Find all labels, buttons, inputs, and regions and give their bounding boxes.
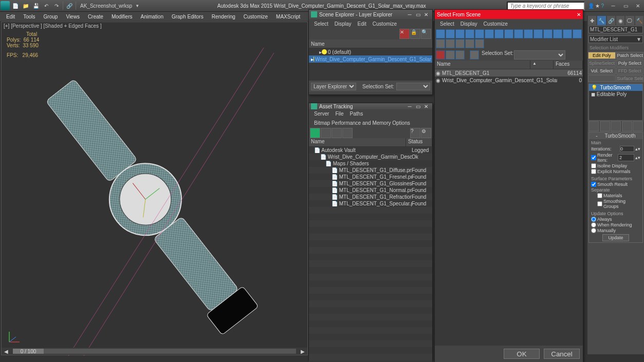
menu-group[interactable]: Group	[40, 13, 62, 21]
panel-max-icon[interactable]: ▭	[414, 104, 422, 109]
menu-tools[interactable]: Tools	[19, 13, 39, 21]
lock-icon[interactable]	[446, 50, 455, 60]
ok-button[interactable]: OK	[504, 349, 540, 359]
cancel-button[interactable]: Cancel	[544, 349, 580, 359]
spline-select-button[interactable]: SplineSelect	[588, 60, 616, 67]
modifier-stack[interactable]: 💡 TurboSmooth ◼ Editable Poly	[588, 84, 643, 121]
panel-min-icon[interactable]: ─	[406, 12, 414, 17]
filter-type-icon[interactable]	[465, 29, 474, 39]
selection-set-dropdown[interactable]	[396, 83, 430, 90]
sfs-menu-select[interactable]: Select	[437, 20, 457, 28]
menu-modifiers[interactable]: Modifiers	[107, 13, 137, 21]
se-menu-customize[interactable]: Customize	[370, 20, 400, 28]
pin-icon[interactable]	[588, 121, 599, 131]
view2-icon[interactable]	[332, 128, 342, 138]
object-list-row[interactable]: ◉MTL_DESCENT_G166114	[435, 69, 583, 77]
modifier-list-dropdown[interactable]: Modifier List▼	[588, 35, 643, 43]
filter-type-icon[interactable]	[533, 29, 543, 39]
asset-row[interactable]: 📄 Wrist_Dive_Computer_Garmin_Descent_G1_…	[309, 154, 432, 160]
minimize-button[interactable]: ─	[607, 1, 619, 10]
render-iters-checkbox[interactable]	[591, 155, 596, 160]
sign-in-icon[interactable]: 👤	[588, 3, 594, 9]
surface-select-button[interactable]: Surface Select	[616, 75, 644, 82]
always-radio[interactable]	[591, 217, 596, 222]
lock-icon[interactable]: 🔒	[410, 29, 420, 39]
asset-row[interactable]: 📄 Maps / Shaders	[309, 160, 432, 167]
col-faces[interactable]: Faces	[554, 61, 583, 69]
asset-row[interactable]: 📄 MTL_DESCENT_G1_Glossiness.pngFound	[309, 180, 432, 187]
find-icon[interactable]	[455, 50, 465, 60]
filter-type-icon[interactable]	[573, 29, 582, 39]
stack-turbosmooth[interactable]: 💡 TurboSmooth	[589, 84, 642, 91]
filter-type-icon[interactable]	[563, 29, 572, 39]
object-name-field[interactable]: MTL_DESCENT_G1	[588, 26, 643, 33]
view-mode-icon[interactable]	[465, 39, 474, 48]
viewport-label[interactable]: [+] [Perspective ] [Shaded + Edged Faces…	[4, 23, 102, 29]
scene-tree-row[interactable]: ▸Wrist_Dive_Computer_Garmin_Descent_G1_S…	[309, 55, 432, 63]
object-list[interactable]: ◉MTL_DESCENT_G166114◉Wrist_Dive_Computer…	[435, 69, 583, 346]
filter-type-icon[interactable]	[455, 29, 465, 39]
view1-icon[interactable]	[321, 128, 331, 138]
smoothing-groups-checkbox[interactable]	[597, 201, 602, 206]
ffd-select-button[interactable]: FFD Select	[616, 67, 644, 74]
filter-type-icon[interactable]	[475, 29, 484, 39]
se-menu-select[interactable]: Select	[311, 20, 332, 28]
filter-type-icon[interactable]	[524, 29, 533, 39]
refresh-icon[interactable]	[310, 128, 320, 138]
asset-table[interactable]: Name Status 📄 Autodesk VaultLogged📄 Wris…	[309, 138, 432, 362]
workspace-dropdown[interactable]: AK_Screenshot_wrksp	[77, 3, 135, 9]
configure-icon[interactable]	[633, 121, 643, 131]
materials-checkbox[interactable]	[597, 193, 602, 198]
view3-icon[interactable]	[342, 128, 353, 138]
filter-type-icon[interactable]	[436, 29, 445, 39]
show-result-icon[interactable]	[600, 121, 610, 131]
tool-icon[interactable]	[470, 50, 479, 60]
vol-select-button[interactable]: Vol. Select	[588, 67, 616, 74]
asset-row[interactable]: 📄 MTL_DESCENT_G1_Specular.pngFound	[309, 200, 432, 207]
help-icon[interactable]: ?	[601, 3, 604, 9]
time-position[interactable]: 0 / 100	[13, 349, 44, 354]
help-icon[interactable]: ?	[410, 128, 420, 138]
asset-row[interactable]: 📄 Autodesk VaultLogged	[309, 147, 432, 154]
filter-type-icon[interactable]	[494, 29, 504, 39]
object-list-row[interactable]: ◉Wrist_Dive_Computer_Garmin_Descent_G1_S…	[435, 77, 583, 84]
panel-max-icon[interactable]: ▭	[414, 12, 422, 17]
filter-type-icon[interactable]	[553, 29, 562, 39]
col-name[interactable]: Name	[435, 61, 530, 69]
asset-row[interactable]: 📄 MTL_DESCENT_G1_Normal.pngFound	[309, 187, 432, 194]
select-from-scene-titlebar[interactable]: Select From Scene ✕	[435, 10, 583, 19]
panel-close-icon[interactable]: ✕	[422, 104, 430, 109]
menu-animation[interactable]: Animation	[136, 13, 167, 21]
redo-icon[interactable]: ↷	[52, 1, 61, 10]
poly-select-button[interactable]: Poly Select	[616, 60, 644, 67]
stack-editable-poly[interactable]: ◼ Editable Poly	[589, 91, 642, 98]
filter-type-icon[interactable]	[446, 29, 455, 39]
col-name[interactable]: Name	[309, 138, 406, 146]
menu-create[interactable]: Create	[84, 13, 107, 21]
help-search-input[interactable]	[507, 2, 585, 10]
star-icon[interactable]: ★	[595, 3, 600, 9]
filter-type-icon[interactable]	[514, 29, 523, 39]
create-tab-icon[interactable]: ✚	[587, 15, 597, 26]
view-mode-icon[interactable]	[446, 39, 455, 48]
explorer-mode-dropdown[interactable]: Layer Explorer	[311, 83, 356, 90]
view-mode-icon[interactable]	[455, 39, 465, 48]
panel-close-icon[interactable]: ✕	[422, 12, 430, 17]
view-mode-icon[interactable]	[436, 39, 445, 48]
edit-poly-button[interactable]: Edit Poly	[588, 52, 616, 59]
menu-edit[interactable]: Edit	[2, 13, 19, 21]
at-menu-item[interactable]: Paths	[347, 109, 366, 119]
close-icon[interactable]	[436, 50, 445, 60]
render-iters-input[interactable]	[618, 154, 634, 161]
panel-close-icon[interactable]: ✕	[577, 12, 581, 17]
menu-customize[interactable]: Customize	[240, 13, 272, 21]
menu-graph-editors[interactable]: Graph Editors	[168, 13, 208, 21]
asset-row[interactable]: 📄 MTL_DESCENT_G1_Diffuse.pngFound	[309, 167, 432, 174]
new-icon[interactable]: 📄	[11, 1, 20, 10]
modify-tab-icon[interactable]: 🔧	[597, 15, 606, 26]
asset-row[interactable]: 📄 MTL_DESCENT_G1_Refraction.pngFound	[309, 194, 432, 200]
col-status[interactable]: Status	[406, 138, 432, 146]
asset-row[interactable]: 📄 MTL_DESCENT_G1_Fresnel.pngFound	[309, 174, 432, 180]
search-icon[interactable]: 🔍	[421, 29, 431, 39]
remove-icon[interactable]	[622, 121, 632, 131]
